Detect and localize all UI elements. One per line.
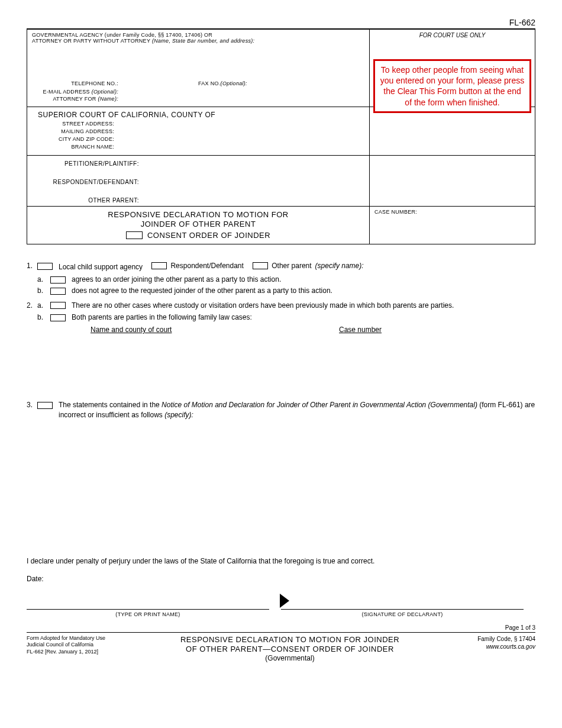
item-2b-checkbox[interactable] (50, 314, 66, 321)
fax-label: FAX NO. (198, 80, 221, 86)
item-1-lcsa-checkbox[interactable] (37, 263, 53, 270)
item-1-respondent-label: Respondent/Defendant (170, 261, 243, 271)
footer-adopted: Form Adopted for Mandatory Use (27, 635, 139, 642)
agency-line2: ATTORNEY OR PARTY WITHOUT ATTORNEY (Name… (32, 38, 364, 44)
attorney-for-name: (Name): (98, 96, 118, 102)
form-caption-box: GOVERNMENTAL AGENCY (under Family Code, … (27, 29, 535, 244)
item-1-other-label: Other parent (272, 261, 311, 271)
mailing-address-label: MAILING ADDRESS: (49, 128, 117, 134)
date-label: Date: (27, 574, 535, 584)
agency-line2-text: ATTORNEY OR PARTY WITHOUT ATTORNEY (32, 38, 152, 44)
item-2b-text: Both parents are parties in the followin… (72, 313, 535, 323)
item-2a-checkbox[interactable] (50, 302, 66, 309)
agency-line1: GOVERNMENTAL AGENCY (under Family Code, … (32, 32, 364, 38)
item-1a-text: agrees to an order joining the other par… (72, 275, 535, 285)
item-1: 1. Local child support agency Respondent… (27, 261, 535, 272)
item-1b-letter: b. (37, 286, 50, 296)
city-zip-label: CITY AND ZIP CODE: (49, 136, 117, 142)
form-title-line2: JOINDER OF OTHER PARENT (32, 220, 364, 229)
col-name-county: Name and county of court (91, 325, 339, 335)
consent-order-label: CONSENT ORDER OF JOINDER (147, 231, 270, 240)
email-label: E-MAIL ADDRESS (43, 89, 91, 95)
signature-declarant-label: (SIGNATURE OF DECLARANT) (281, 610, 524, 619)
item-3-checkbox[interactable] (37, 402, 53, 409)
item-1-number: 1. (27, 261, 37, 272)
item-1a: a. agrees to an order joining the other … (37, 275, 535, 285)
form-title-block: RESPONSIVE DECLARATION TO MOTION FOR JOI… (27, 207, 369, 244)
attorney-for-label: ATTORNEY FOR (53, 96, 98, 102)
item-3-italic: Notice of Motion and Declaration for Joi… (162, 401, 477, 409)
item-1-specify: (specify name): (315, 261, 364, 271)
item-1b: b. does not agree to the requested joind… (37, 286, 535, 296)
fax-optional: (Optional): (221, 80, 247, 86)
item-2b-columns: Name and county of court Case number (91, 325, 535, 335)
form-body: 1. Local child support agency Respondent… (27, 244, 535, 619)
page-number: Page 1 of 3 (27, 619, 535, 633)
attorney-block[interactable]: GOVERNMENTAL AGENCY (under Family Code, … (27, 30, 369, 107)
footer: Form Adopted for Mandatory Use Judicial … (27, 633, 535, 663)
court-title: SUPERIOR COURT OF CALIFORNIA, COUNTY OF (32, 109, 364, 119)
footer-council: Judicial Council of California (27, 642, 139, 649)
item-3-pre: The statements contained in the (59, 401, 162, 409)
footer-title-1: RESPONSIVE DECLARATION TO MOTION FOR JOI… (139, 635, 441, 645)
item-2: 2. a. There are no other cases where cus… (27, 301, 535, 311)
petitioner-label: PETITIONER/PLAINTIFF: (44, 160, 141, 167)
item-2b-letter: b. (37, 313, 50, 323)
case-number-label: CASE NUMBER: (374, 209, 417, 215)
col-case-number: Case number (339, 325, 382, 335)
form-title-line1: RESPONSIVE DECLARATION TO MOTION FOR (32, 210, 364, 220)
item-2a-text: There are no other cases where custody o… (72, 301, 535, 311)
footer-title-2: OF OTHER PARENT—CONSENT ORDER OF JOINDER (139, 645, 441, 654)
court-use-only: FOR COURT USE ONLY (374, 32, 530, 38)
item-1-lcsa-label: Local child support agency (59, 262, 143, 272)
signature-arrow-icon (280, 594, 289, 608)
item-1-respondent-checkbox[interactable] (151, 262, 167, 269)
agency-line2-italic: (Name, State Bar number, and address): (152, 38, 254, 44)
footer-url: www.courts.ca.gov (441, 643, 535, 650)
street-address-label: STREET ADDRESS: (49, 121, 117, 127)
footer-revision: FL-662 [Rev. January 1, 2012] (27, 649, 139, 656)
parties-block[interactable]: PETITIONER/PLAINTIFF: RESPONDENT/DEFENDA… (27, 156, 369, 206)
respondent-label: RESPONDENT/DEFENDANT: (44, 179, 141, 185)
item-2-number: 2. (27, 301, 37, 311)
court-use-block: FOR COURT USE ONLY To keep other people … (369, 30, 535, 107)
case-number-block[interactable]: CASE NUMBER: (369, 207, 535, 244)
item-3-number: 3. (27, 400, 37, 420)
clear-form-warning: To keep other people from seeing what yo… (373, 59, 531, 113)
item-1-other-checkbox[interactable] (253, 262, 268, 269)
item-3-text: The statements contained in the Notice o… (59, 400, 535, 420)
court-block[interactable]: SUPERIOR COURT OF CALIFORNIA, COUNTY OF … (27, 107, 369, 155)
email-optional: (Optional): (92, 89, 118, 95)
item-3: 3. The statements contained in the Notic… (27, 400, 535, 420)
item-3-post2: (specify): (164, 411, 193, 419)
item-1b-checkbox[interactable] (50, 288, 66, 295)
branch-name-label: BRANCH NAME: (49, 144, 117, 150)
type-print-name-label: (TYPE OR PRINT NAME) (27, 610, 269, 619)
perjury-statement: I declare under penalty of perjury under… (27, 556, 535, 566)
item-2a-letter: a. (37, 301, 50, 311)
signature-row: (TYPE OR PRINT NAME) (SIGNATURE OF DECLA… (27, 609, 535, 619)
consent-order-checkbox[interactable] (126, 231, 143, 239)
other-parent-label: OTHER PARENT: (44, 197, 141, 204)
item-2b: b. Both parents are parties in the follo… (37, 313, 535, 323)
footer-code: Family Code, § 17404 (441, 635, 535, 643)
item-1a-checkbox[interactable] (50, 276, 66, 284)
item-1b-text: does not agree to the requested joinder … (72, 286, 535, 296)
telephone-label: TELEPHONE NO.: (32, 80, 121, 86)
form-number: FL-662 (27, 18, 535, 29)
item-1a-letter: a. (37, 275, 50, 285)
perjury-block: I declare under penalty of perjury under… (27, 556, 535, 585)
footer-title-3: (Governmental) (139, 654, 441, 663)
